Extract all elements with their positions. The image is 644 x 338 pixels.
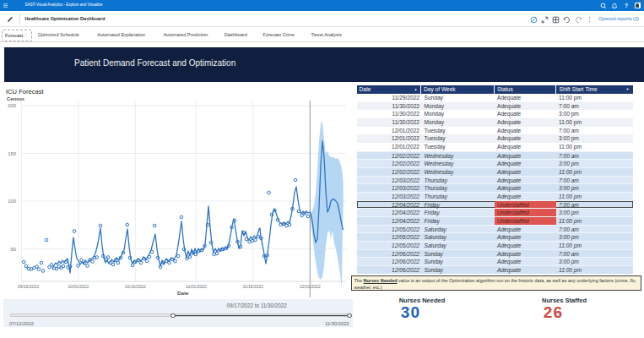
svg-text:11/16/2022: 11/16/2022 xyxy=(242,284,263,289)
svg-text:150: 150 xyxy=(8,151,16,156)
svg-text:11/01/2022: 11/01/2022 xyxy=(186,284,207,289)
svg-text:50: 50 xyxy=(11,247,16,252)
svg-text:10/16/2022: 10/16/2022 xyxy=(125,284,146,289)
svg-text:Date: Date xyxy=(177,290,189,296)
svg-text:09/16/2022: 09/16/2022 xyxy=(18,284,39,289)
svg-text:Census: Census xyxy=(7,96,24,101)
svg-text:100: 100 xyxy=(8,199,16,204)
svg-text:10/01/2022: 10/01/2022 xyxy=(68,284,89,289)
svg-text:12/01/2022: 12/01/2022 xyxy=(300,284,321,289)
svg-text:200: 200 xyxy=(8,103,16,108)
svg-text:ICU Forecast: ICU Forecast xyxy=(6,88,45,95)
